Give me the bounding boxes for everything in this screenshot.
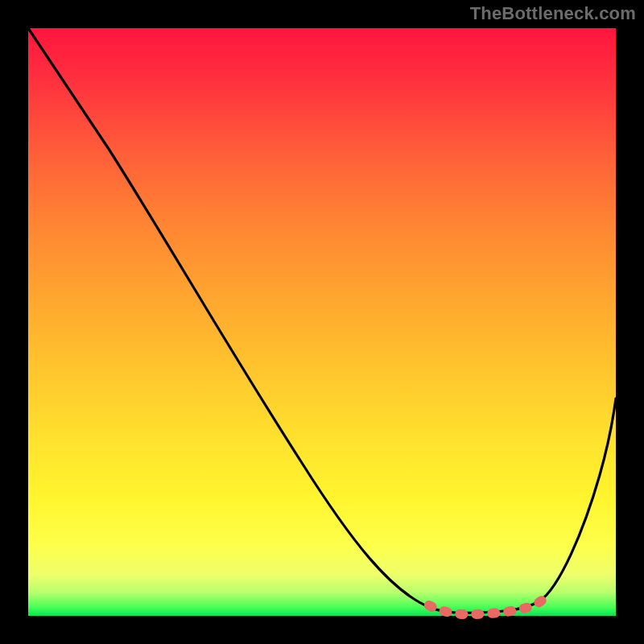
bottleneck-curve-line [28, 28, 616, 613]
attribution-watermark: TheBottleneck.com [470, 3, 636, 24]
bottleneck-curve-svg [28, 28, 616, 616]
trough-highlight [429, 596, 547, 614]
gradient-plot-area [28, 28, 616, 616]
chart-frame: TheBottleneck.com [0, 0, 644, 644]
